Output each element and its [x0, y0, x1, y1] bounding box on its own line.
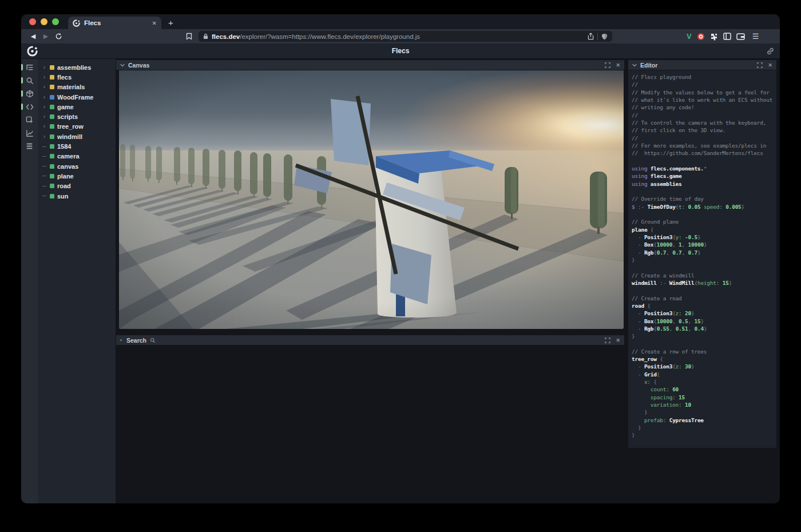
- expand-arrow-icon[interactable]: ›: [42, 84, 47, 90]
- tree-item-label: canvas: [57, 163, 78, 170]
- canvas-panel-header[interactable]: Canvas ✕: [116, 60, 624, 70]
- sidebar-item-canvas[interactable]: [21, 87, 38, 100]
- left-icon-strip: [21, 59, 38, 503]
- maximize-window-button[interactable]: [52, 18, 59, 25]
- sidebar-item-logs[interactable]: [21, 140, 38, 153]
- leaf-dash-icon: [42, 196, 47, 196]
- sidebar-item-editor[interactable]: [21, 100, 38, 113]
- editor-column: Editor ✕ // Flecs playground//// Modify …: [628, 59, 780, 503]
- collapsed-indicator-icon[interactable]: [120, 339, 122, 341]
- canvas-panel-title: Canvas: [128, 62, 149, 69]
- sidebar-item-statistics[interactable]: [21, 126, 38, 140]
- code-line: - Position3{z: 20}: [632, 309, 776, 317]
- center-column: Canvas ✕: [116, 59, 628, 503]
- expand-arrow-icon[interactable]: ›: [42, 114, 47, 120]
- shield-icon[interactable]: [601, 33, 608, 40]
- wallet-icon[interactable]: [736, 33, 745, 40]
- code-line: }: [632, 408, 776, 416]
- code-line: // To control the camera with the keyboa…: [632, 119, 776, 126]
- minimize-window-button[interactable]: [41, 18, 47, 25]
- tree-item-label: game: [57, 104, 74, 110]
- close-panel-icon[interactable]: ✕: [616, 338, 620, 343]
- page-title: Flecs: [21, 47, 780, 55]
- editor-panel-header[interactable]: Editor ✕: [628, 60, 776, 70]
- chart-icon: [26, 129, 34, 137]
- chevron-down-icon[interactable]: [632, 63, 637, 67]
- puzzle-icon[interactable]: [710, 33, 718, 41]
- expand-arrow-icon[interactable]: ›: [42, 134, 47, 140]
- code-line: count: 60: [632, 386, 776, 393]
- code-line: // Create a windmill: [632, 272, 776, 279]
- url-bar[interactable]: flecs.dev/explorer/?wasm=https://www.fle…: [199, 31, 612, 42]
- new-tab-button[interactable]: +: [168, 18, 173, 27]
- entity-tree-panel: ›assemblies›flecs›materials›WoodFrame›ga…: [38, 59, 116, 503]
- forward-icon[interactable]: ▶: [39, 33, 52, 40]
- tree-item-tree_row[interactable]: ›tree_row: [42, 122, 116, 132]
- tree-item-materials[interactable]: ›materials: [42, 82, 116, 92]
- entity-kind-square: [50, 114, 54, 119]
- reload-icon[interactable]: [52, 31, 65, 42]
- canvas-3d-view[interactable]: [119, 70, 624, 329]
- close-window-button[interactable]: [29, 18, 36, 25]
- entity-tree-list: ›assemblies›flecs›materials›WoodFrame›ga…: [42, 62, 116, 201]
- tree-item-label: flecs: [57, 74, 72, 81]
- tree-item-canvas[interactable]: canvas: [42, 161, 116, 171]
- tree-item-scripts[interactable]: ›scripts: [42, 112, 116, 121]
- code-line: // Create a row of trees: [632, 348, 776, 355]
- expand-arrow-icon[interactable]: ›: [42, 74, 47, 80]
- bookmark-icon[interactable]: [183, 31, 195, 42]
- search-panel-header[interactable]: Search ✕: [116, 335, 624, 345]
- tree-item-camera[interactable]: camera: [42, 152, 116, 161]
- sidebar-icon[interactable]: [723, 33, 731, 40]
- tree-item-flecs[interactable]: ›flecs: [42, 72, 116, 82]
- code-line: prefab: CypressTree: [632, 416, 776, 424]
- code-line: x: {: [632, 378, 776, 386]
- tree-item-windmill[interactable]: ›windmill: [42, 132, 116, 141]
- leaf-dash-icon: [42, 156, 47, 157]
- code-line: //: [632, 134, 776, 142]
- vue-devtools-icon[interactable]: V: [687, 32, 692, 41]
- menu-icon[interactable]: ☰: [752, 32, 760, 41]
- code-line: [632, 188, 776, 195]
- tree-item-sun[interactable]: sun: [42, 191, 116, 201]
- close-panel-icon[interactable]: ✕: [768, 62, 772, 68]
- windmill-scene: [119, 70, 624, 329]
- extension-target-icon[interactable]: [697, 33, 705, 41]
- active-indicator: [21, 104, 23, 110]
- leaf-dash-icon: [42, 166, 47, 166]
- fullscreen-icon[interactable]: [605, 338, 610, 343]
- code-line: plane {: [632, 226, 776, 233]
- tree-item-WoodFrame[interactable]: ›WoodFrame: [42, 92, 116, 102]
- fullscreen-icon[interactable]: [605, 62, 610, 68]
- browser-tab[interactable]: Flecs ✕: [68, 17, 161, 29]
- leaf-dash-icon: [42, 176, 47, 176]
- sidebar-item-entity-tree[interactable]: [21, 61, 38, 74]
- sidebar-item-query[interactable]: [21, 74, 38, 87]
- close-panel-icon[interactable]: ✕: [616, 62, 620, 68]
- code-line: - Grid{: [632, 371, 776, 378]
- code-line: tree_row {: [632, 355, 776, 363]
- tree-item-assemblies[interactable]: ›assemblies: [42, 62, 116, 72]
- tree-item-label: camera: [57, 153, 80, 160]
- tree-item-road[interactable]: road: [42, 181, 116, 191]
- tree-item-plane[interactable]: plane: [42, 171, 116, 181]
- tab-close-icon[interactable]: ✕: [152, 20, 157, 26]
- code-editor[interactable]: // Flecs playground//// Modify the value…: [628, 70, 776, 448]
- entity-kind-square: [50, 144, 54, 149]
- tree-item-game[interactable]: ›game: [42, 102, 116, 112]
- expand-arrow-icon[interactable]: ›: [42, 104, 47, 110]
- expand-arrow-icon[interactable]: ›: [42, 124, 47, 129]
- sidebar-item-inspector[interactable]: [21, 113, 38, 126]
- browser-toolbar: ◀ ▶ flecs.dev/explorer/?wasm=https://www…: [21, 29, 780, 43]
- expand-arrow-icon[interactable]: ›: [42, 94, 47, 100]
- share-icon[interactable]: [588, 33, 594, 40]
- fullscreen-icon[interactable]: [757, 62, 763, 68]
- code-line: }: [632, 256, 776, 264]
- chevron-down-icon[interactable]: [120, 63, 125, 67]
- entity-kind-square: [50, 85, 54, 89]
- back-icon[interactable]: ◀: [27, 33, 39, 40]
- search-panel-title: Search: [126, 337, 146, 344]
- expand-arrow-icon[interactable]: ›: [42, 65, 47, 70]
- url-path: /explorer/?wasm=https://www.flecs.dev/ex…: [240, 33, 420, 40]
- tree-item-1584[interactable]: 1584: [42, 141, 116, 151]
